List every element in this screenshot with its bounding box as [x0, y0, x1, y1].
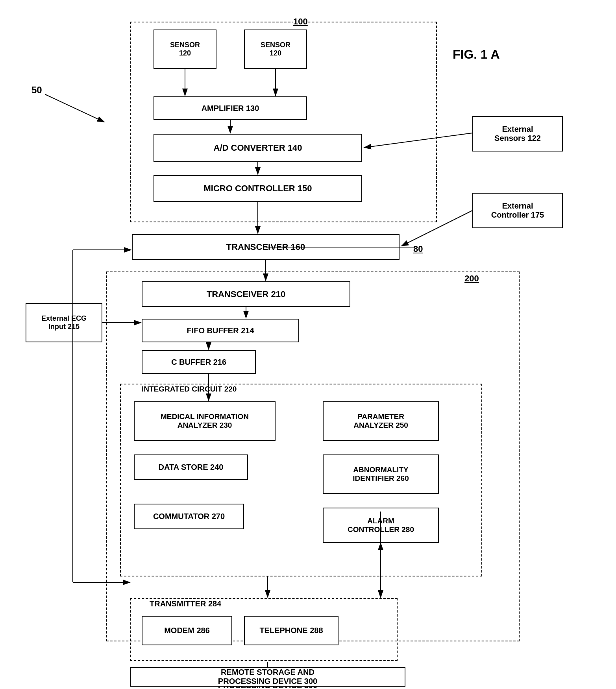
- fig-title: FIG. 1 A: [453, 47, 500, 62]
- diagram: FIG. 1 A 50 100 SENSOR 120 SENSOR 120 AM…: [0, 0, 616, 689]
- sensor2-box: SENSOR 120: [244, 30, 307, 69]
- label-80: 80: [413, 244, 423, 254]
- abnormality-identifier-box: ABNORMALITY IDENTIFIER 260: [323, 454, 439, 494]
- commutator-box: COMMUTATOR 270: [134, 504, 244, 529]
- data-store-box: DATA STORE 240: [134, 454, 248, 480]
- ad-converter-box: A/D CONVERTER 140: [154, 134, 362, 162]
- micro-controller-box: MICRO CONTROLLER 150: [154, 175, 362, 202]
- label-200: 200: [464, 273, 479, 284]
- external-sensors-box: External Sensors 122: [472, 116, 563, 151]
- svg-line-26: [45, 94, 104, 122]
- medical-analyzer-box: MEDICAL INFORMATION ANALYZER 230: [134, 401, 276, 441]
- alarm-controller-box: ALARM CONTROLLER 280: [323, 508, 439, 543]
- transceiver160-box: TRANSCEIVER 160: [132, 234, 400, 260]
- telephone-box: TELEPHONE 288: [244, 616, 339, 645]
- c-buffer-box: C BUFFER 216: [142, 350, 256, 374]
- label-50: 50: [31, 85, 42, 96]
- remote-storage-box: REMOTE STORAGE AND PROCESSING DEVICE 300: [130, 667, 405, 687]
- modem-box: MODEM 286: [142, 616, 232, 645]
- parameter-analyzer-box: PARAMETER ANALYZER 250: [323, 401, 439, 441]
- external-ecg-box: External ECG Input 215: [26, 303, 102, 342]
- label-100: 100: [293, 17, 308, 27]
- transceiver210-box: TRANSCEIVER 210: [142, 281, 350, 307]
- transmitter-label: TRANSMITTER 284: [150, 599, 221, 608]
- integrated-circuit-label: INTEGRATED CIRCUIT 220: [142, 385, 237, 393]
- sensor1-box: SENSOR 120: [154, 30, 216, 69]
- external-controller-box: External Controller 175: [472, 193, 563, 228]
- fifo-buffer-box: FIFO BUFFER 214: [142, 319, 299, 342]
- amplifier-box: AMPLIFIER 130: [154, 96, 307, 120]
